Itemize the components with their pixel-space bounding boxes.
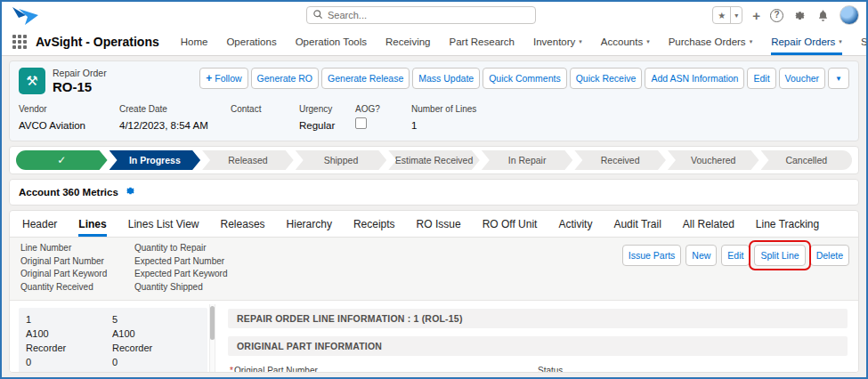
field-urgency: Urgency Regular [299,104,355,133]
record-highlights-panel: ⚒ Repair Order RO-15 +Follow Generate RO… [9,60,859,141]
highlight-fields: Vendor AVCO Aviation Create Date 4/12/20… [19,104,849,133]
tab-all-related[interactable]: All Related [683,211,734,237]
line-action-buttons: Issue Parts New Edit Split Line Delete [622,243,849,293]
split-line-annotation-wrap: Split Line [754,245,805,266]
page-title: RO-15 [53,79,107,94]
scrollbar-thumb[interactable] [210,306,215,340]
entity-label: Repair Order [53,68,107,78]
quick-comments-button[interactable]: Quick Comments [483,68,567,89]
favorites-caret-icon[interactable]: ▾ [731,12,742,20]
nav-tab-accounts[interactable]: Accounts▾ [601,28,650,55]
tab-activity[interactable]: Activity [558,211,592,237]
vendor-link[interactable]: AVCO Aviation [19,120,85,131]
record-detail-card: Header Lines Lines List View Releases Hi… [9,210,859,373]
required-asterisk: * [230,366,233,372]
nav-tab-operations[interactable]: Operations [226,28,276,55]
app-logo-icon [11,5,43,25]
chevron-down-icon: ▾ [579,38,582,45]
tab-line-tracking[interactable]: Line Tracking [756,211,819,237]
favorites-control[interactable]: ★ ▾ [712,6,742,24]
section-original-part-information[interactable]: ORIGINAL PART INFORMATION [228,336,848,356]
tab-header[interactable]: Header [22,211,57,237]
tab-hierarchy[interactable]: Hierarchy [287,211,332,237]
aog-checkbox[interactable] [355,117,367,129]
nav-tab-home[interactable]: Home [181,28,208,55]
split-line-button[interactable]: Split Line [754,245,805,266]
tab-releases[interactable]: Releases [221,211,265,237]
user-avatar[interactable] [840,5,859,25]
help-icon[interactable]: ? [770,9,783,22]
app-name: AvSight - Operations [36,35,159,49]
tab-audit-trail[interactable]: Audit Trail [613,211,661,237]
path-stage-vouchered[interactable]: Vouchered [668,150,759,170]
tab-lines-list-view[interactable]: Lines List View [128,211,199,237]
quick-receive-button[interactable]: Quick Receive [570,68,643,89]
edit-line-button[interactable]: Edit [721,245,750,266]
mass-update-button[interactable]: Mass Update [412,68,480,89]
app-launcher-icon[interactable] [12,35,27,49]
metrics-settings-gear-icon[interactable] [125,184,136,200]
more-actions-dropdown-button[interactable]: ▼ [828,68,849,89]
nav-tab-purchase-orders[interactable]: Purchase Orders▾ [669,28,752,55]
page-content: ⚒ Repair Order RO-15 +Follow Generate RO… [2,56,866,377]
chevron-down-icon: ▾ [750,38,753,45]
path-stage-received[interactable]: Received [574,150,666,170]
lines-body: 1 A100 Recorder 0 5 A100 Recorder 0 REPA… [10,301,858,372]
voucher-button[interactable]: Voucher [779,68,826,89]
favorites-star-icon[interactable]: ★ [713,11,730,20]
path-stage-shipped[interactable]: Shipped [296,150,387,170]
nav-tab-inventory[interactable]: Inventory▾ [533,28,582,55]
list-item[interactable]: 1 A100 Recorder 0 5 A100 Recorder 0 [19,308,207,373]
global-header: ★ ▾ + ? [2,2,866,28]
generate-release-button[interactable]: Generate Release [321,68,410,89]
global-search[interactable] [306,6,536,24]
section-repair-order-line-information[interactable]: REPAIR ORDER LINE INFORMATION : 1 (ROL-1… [228,309,848,328]
nav-tabs: Home Operations Operation Tools Receivin… [181,28,868,55]
nav-tab-receiving[interactable]: Receiving [385,28,431,55]
field-vendor: Vendor AVCO Aviation [19,104,119,133]
field-aog: AOG? [355,104,411,133]
global-actions-icon[interactable]: + [752,9,760,22]
field-status: Status Open [538,366,846,372]
field-original-part-number: *Original Part Number A100 [230,366,538,372]
path-stage-cancelled[interactable]: Cancelled [761,150,853,170]
detail-fields-row: *Original Part Number A100 Status Open [228,364,848,372]
path-stage-in-repair[interactable]: In Repair [482,150,573,170]
chevron-down-icon: ▾ [839,38,842,45]
nav-tab-part-research[interactable]: Part Research [450,28,515,55]
notifications-bell-icon[interactable] [816,9,830,22]
sales-path: ✓ In Progress Released Shipped Estimate … [9,146,859,174]
follow-button[interactable]: +Follow [199,68,247,89]
field-contact: Contact [231,104,299,133]
tab-ro-issue[interactable]: RO Issue [417,211,461,237]
nav-tab-repair-orders[interactable]: Repair Orders▾ [771,28,842,55]
generate-ro-button[interactable]: Generate RO [251,68,319,89]
line-detail-panel: REPAIR ORDER LINE INFORMATION : 1 (ROL-1… [215,301,858,372]
path-stage-released[interactable]: Released [202,150,294,170]
repair-order-icon: ⚒ [19,68,45,94]
tab-receipts[interactable]: Receipts [353,211,395,237]
edit-button[interactable]: Edit [747,68,775,89]
nav-tab-sales-orders[interactable]: Sales Orders▾ [861,28,868,55]
field-create-date: Create Date 4/12/2023, 8:54 AM [119,104,231,133]
tab-ro-off-unit[interactable]: RO Off Unit [483,211,538,237]
path-stage-estimate-received[interactable]: Estimate Received [388,150,480,170]
nav-tab-operation-tools[interactable]: Operation Tools [296,28,367,55]
setup-gear-icon[interactable] [793,9,807,22]
tab-lines[interactable]: Lines [78,211,106,237]
search-input[interactable] [328,10,530,20]
plus-icon: + [206,72,212,85]
list-scrollbar[interactable] [209,304,215,372]
issue-parts-button[interactable]: Issue Parts [622,245,682,266]
record-action-bar: +Follow Generate RO Generate Release Mas… [199,68,849,89]
label-column-1: Line Number Original Part Number Origina… [20,243,134,293]
search-icon [312,7,323,23]
new-button[interactable]: New [685,245,717,266]
add-asn-information-button[interactable]: Add ASN Information [645,68,744,89]
chevron-down-icon: ▾ [646,38,650,45]
check-icon: ✓ [57,154,66,166]
path-stage-complete[interactable]: ✓ [16,150,108,170]
delete-button[interactable]: Delete [810,245,849,266]
path-stage-in-progress[interactable]: In Progress [110,150,201,170]
list-item-column-2: 5 A100 Recorder 0 [112,313,199,369]
